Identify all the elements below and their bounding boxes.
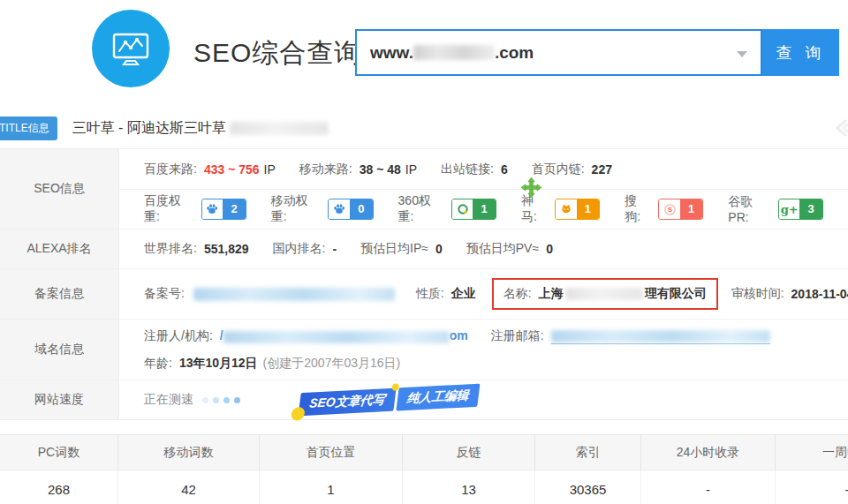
col-backlinks: 反链 bbox=[402, 434, 534, 470]
monitor-chart-icon bbox=[108, 26, 154, 71]
audit-time: 审核时间: 2018-11-04 bbox=[731, 286, 848, 302]
blurred-email bbox=[551, 330, 770, 342]
company-name-highlight-box: 名称: 上海 理有限公司 bbox=[492, 278, 718, 310]
ad-right-text: 纯人工编辑 bbox=[396, 384, 480, 411]
col-mobile-words: 移动词数 bbox=[117, 434, 259, 470]
page-title: SEO综合查询 bbox=[193, 35, 361, 71]
google-pr: 谷歌PR: g+ 3 bbox=[728, 194, 823, 224]
icp-nature: 性质: 企业 bbox=[416, 286, 476, 302]
backlinks-value[interactable]: 13 bbox=[402, 470, 534, 504]
domain-group: 域名信息 注册人/机构: /om 注册邮箱: 年龄: 13年10月12日 (创建… bbox=[0, 320, 848, 380]
seo-traffic-row: 百度来路: 433 ~ 756 IP 移动来路: 38 ~ 48 IP 出站链接… bbox=[119, 149, 848, 190]
registrant-link[interactable]: /om bbox=[220, 328, 468, 342]
24h-collection-value: - bbox=[640, 470, 775, 504]
table-value-row: 268 42 1 13 30365 - - bbox=[0, 470, 848, 504]
row-label-alexa: ALEXA排名 bbox=[0, 229, 119, 268]
row-label-icp: 备案信息 bbox=[0, 269, 119, 319]
info-panel: SEO信息 百度来路: 433 ~ 756 IP 移动来路: 38 ~ 48 I… bbox=[0, 148, 848, 420]
google-plus-icon: g+ bbox=[779, 199, 800, 219]
ad-yellow-dot-large bbox=[291, 407, 306, 421]
360-weight: 360权重: 1 bbox=[398, 193, 496, 225]
search-value-prefix: www. bbox=[370, 43, 413, 63]
row-label-seo: SEO信息 bbox=[0, 149, 119, 229]
row-label-speed: 网站速度 bbox=[0, 380, 119, 419]
pc-words-value[interactable]: 268 bbox=[0, 470, 117, 504]
week-collection-value: - bbox=[775, 470, 848, 504]
blurred-title-tail bbox=[230, 122, 329, 135]
360-circle-icon bbox=[452, 199, 473, 219]
col-homepage-position: 首页位置 bbox=[259, 434, 402, 470]
mobile-weight-badge[interactable]: 0 bbox=[328, 199, 373, 220]
alexa-group: ALEXA排名 世界排名: 551,829 国内排名: - 预估日均IP≈ 0 … bbox=[0, 229, 848, 269]
est-daily-pv: 预估日均PV≈ 0 bbox=[466, 241, 553, 257]
collapse-chevron-icon[interactable] bbox=[829, 115, 848, 144]
row-label-domain: 域名信息 bbox=[0, 320, 119, 380]
outbound-links: 出站链接: 6 bbox=[441, 162, 508, 177]
icp-number: 备案号: bbox=[144, 286, 395, 302]
mobile-words-value[interactable]: 42 bbox=[117, 470, 259, 504]
query-button[interactable]: 查 询 bbox=[762, 29, 839, 76]
table-header-row: PC词数 移动词数 首页位置 反链 索引 24小时收录 一周收录 bbox=[0, 434, 848, 470]
blurred-registrant bbox=[223, 331, 450, 343]
app-logo bbox=[92, 10, 170, 87]
baidu-paw-icon bbox=[202, 199, 223, 219]
baidu-weight: 百度权重: 2 bbox=[144, 193, 246, 225]
blurred-domain bbox=[413, 45, 495, 60]
speed-group: 网站速度 正在测速 SEO文章代写 纯人工编辑 bbox=[0, 380, 848, 420]
est-daily-ip: 预估日均IP≈ 0 bbox=[360, 241, 443, 257]
site-title: 三叶草 - 阿迪达斯三叶草 bbox=[72, 119, 329, 138]
ad-left-text: SEO文章代写 bbox=[299, 388, 397, 417]
domain-age-line: 年龄: 13年10月12日 (创建于2007年03月16日) bbox=[119, 350, 848, 377]
search-value-suffix: .com bbox=[495, 43, 534, 63]
title-info-badge: TITLE信息 bbox=[0, 117, 57, 140]
homepage-inner-links: 首页内链: 227 bbox=[532, 162, 612, 177]
google-pr-badge[interactable]: g+ 3 bbox=[778, 199, 823, 220]
homepage-position-value[interactable]: 1 bbox=[259, 470, 402, 504]
speed-testing-status: 正在测速 bbox=[144, 392, 193, 408]
title-bar: TITLE信息 三叶草 - 阿迪达斯三叶草 bbox=[0, 108, 848, 148]
registrant-email-link[interactable] bbox=[551, 327, 770, 343]
blurred-company-name bbox=[565, 288, 643, 300]
seo-info-group: SEO信息 百度来路: 433 ~ 756 IP 移动来路: 38 ~ 48 I… bbox=[0, 149, 848, 229]
shenma-weight-badge[interactable]: 1 bbox=[555, 199, 600, 220]
svg-text:S: S bbox=[667, 206, 672, 214]
shenma-cat-icon bbox=[556, 199, 577, 219]
index-value[interactable]: 30365 bbox=[534, 470, 640, 504]
dropdown-caret-icon[interactable] bbox=[737, 51, 747, 57]
speed-row: 正在测速 SEO文章代写 纯人工编辑 bbox=[119, 380, 848, 419]
search-bar: www..com 查 询 bbox=[355, 29, 839, 76]
icp-group: 备案信息 备案号: 性质: 企业 名称: 上海 理有限公司 审核时 bbox=[0, 269, 848, 320]
registrant-line: 注册人/机构: /om 注册邮箱: bbox=[119, 322, 848, 350]
header: SEO综合查询 www..com 查 询 bbox=[0, 0, 848, 108]
move-cursor-icon[interactable] bbox=[521, 177, 541, 200]
icp-row: 备案号: 性质: 企业 名称: 上海 理有限公司 审核时间: 2018-11-0… bbox=[119, 269, 848, 319]
mobile-traffic: 移动来路: 38 ~ 48 IP bbox=[299, 162, 417, 177]
sogou-s-icon: S bbox=[659, 199, 680, 219]
blurred-icp-number bbox=[193, 288, 395, 301]
sogou-rank-badge[interactable]: S 1 bbox=[658, 199, 703, 220]
col-index: 索引 bbox=[534, 434, 640, 470]
alexa-row: 世界排名: 551,829 国内排名: - 预估日均IP≈ 0 预估日均PV≈ … bbox=[119, 229, 848, 268]
seo-weight-row: 百度权重: 2 移动权重: 0 bbox=[119, 190, 848, 229]
sogou-rank: 搜狗: S 1 bbox=[625, 193, 703, 225]
baidu-traffic: 百度来路: 433 ~ 756 IP bbox=[144, 162, 276, 177]
col-week-collection: 一周收录 bbox=[775, 434, 848, 470]
world-rank: 世界排名: 551,829 bbox=[144, 241, 249, 257]
baidu-paw-icon bbox=[329, 199, 350, 219]
360-weight-badge[interactable]: 1 bbox=[451, 199, 496, 220]
baidu-weight-badge[interactable]: 2 bbox=[201, 199, 246, 220]
keyword-stats-table: PC词数 移动词数 首页位置 反链 索引 24小时收录 一周收录 268 42 … bbox=[0, 434, 848, 504]
mobile-weight: 移动权重: 0 bbox=[271, 193, 374, 225]
seo-writing-ad-banner[interactable]: SEO文章代写 纯人工编辑 bbox=[299, 384, 481, 417]
col-24h-collection: 24小时收录 bbox=[640, 434, 775, 470]
col-pc-words: PC词数 bbox=[0, 434, 117, 470]
domain-search-input[interactable]: www..com bbox=[355, 29, 762, 76]
domestic-rank: 国内排名: - bbox=[273, 241, 337, 257]
loading-dots-icon bbox=[202, 397, 245, 403]
